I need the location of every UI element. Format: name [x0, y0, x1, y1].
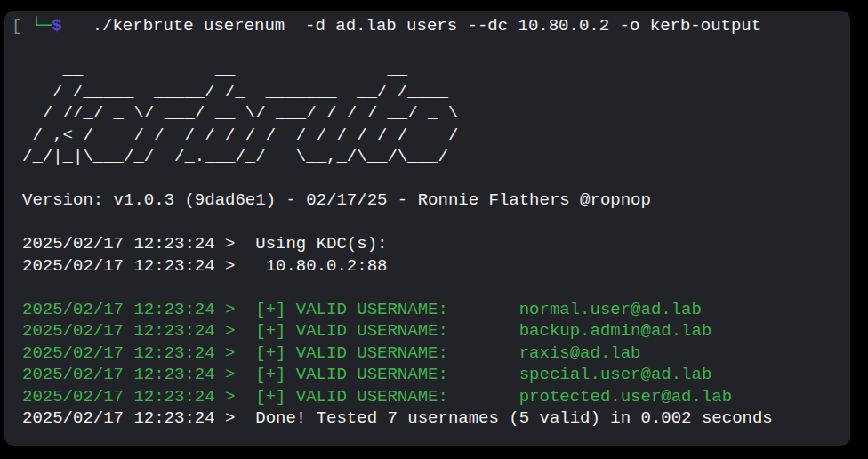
terminal-screen: [└─$./kerbrute userenum -d ad.lab users … [4, 11, 850, 430]
terminal-window[interactable]: [└─$./kerbrute userenum -d ad.lab users … [4, 11, 850, 446]
log-line-valid-username: 2025/02/17 12:23:24 > [+] VALID USERNAME… [22, 320, 850, 342]
prompt-open-bracket: [ [12, 16, 21, 36]
log-line-valid-username: 2025/02/17 12:23:24 > [+] VALID USERNAME… [22, 342, 850, 365]
ascii-banner-line: / ,< / __/ / / /_/ / / / /_/ / /_/ __/ [22, 125, 850, 147]
prompt-line: [└─$./kerbrute userenum -d ad.lab users … [12, 15, 850, 37]
ascii-banner-line: / /_____ _____/ /_ _______ __/ /____ [22, 81, 850, 103]
ascii-banner-line: / //_/ _ \/ ___/ __ \/ ___/ / / / __/ _ … [22, 102, 850, 125]
command-text: ./kerbrute userenum -d ad.lab users --dc… [92, 16, 762, 36]
version-line: Version: v1.0.3 (9dad6e1) - 02/17/25 - R… [22, 189, 850, 212]
blank-line [22, 168, 850, 190]
log-line-valid-username: 2025/02/17 12:23:24 > [+] VALID USERNAME… [22, 364, 850, 386]
log-line-kdc-header: 2025/02/17 12:23:24 > Using KDC(s): [22, 233, 850, 255]
log-line-done-summary: 2025/02/17 12:23:24 > Done! Tested 7 use… [22, 407, 850, 430]
ascii-banner-line: /_/|_|\___/_/ /_.___/_/ \__,_/\__/\___/ [22, 146, 850, 168]
ascii-banner-line: __ __ __ [22, 59, 850, 81]
log-line-kdc-entry: 2025/02/17 12:23:24 > 10.80.0.2:88 [22, 255, 850, 278]
blank-line [22, 277, 850, 299]
prompt-corner: └─ [31, 16, 52, 36]
blank-line [22, 37, 850, 60]
log-line-valid-username: 2025/02/17 12:23:24 > [+] VALID USERNAME… [22, 299, 850, 321]
log-line-valid-username: 2025/02/17 12:23:24 > [+] VALID USERNAME… [22, 386, 850, 408]
blank-line [22, 212, 850, 234]
prompt-dollar-sign: $ [52, 16, 61, 36]
